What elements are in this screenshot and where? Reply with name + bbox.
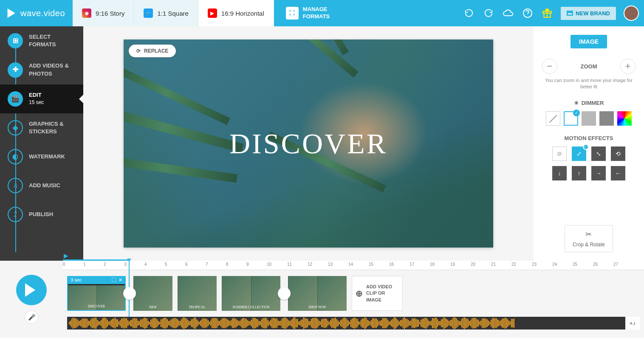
canvas[interactable]: DISCOVER ⟳ REPLACE [124,39,493,248]
sidebar-item-music[interactable]: ♫ ADD MUSIC [0,171,83,200]
close-icon[interactable]: ✕ [119,277,122,282]
sidebar-label: GRAPHICS & STICKERS [29,120,76,135]
tab-horizontal[interactable]: ▶ 16:9 Horizontal [198,0,274,26]
avatar[interactable] [624,6,639,21]
dimmer-white[interactable] [564,111,578,126]
clip-3[interactable]: TROPICAL [178,276,217,311]
cloud-icon[interactable] [502,7,514,19]
ruler-mark: 11 [287,262,292,267]
sidebar-item-watermark[interactable]: ◐ WATERMARK [0,142,83,171]
ruler-mark: 2 [104,262,106,267]
ruler-mark: 22 [511,262,516,267]
sidebar-item-photos[interactable]: ✚ ADD VIDEOS & PHOTOS [0,55,83,84]
new-brand-button[interactable]: ▬ NEW BRAND [561,7,616,20]
tab-label: 9:16 Story [96,10,124,17]
dimmer-title: ☀ DIMMER [574,100,604,106]
sidebar-label: ADD VIDEOS & PHOTOS [29,62,76,77]
replace-button[interactable]: ⟳ REPLACE [129,45,176,57]
music-icon: ♫ [8,178,23,193]
ruler[interactable]: 0123456789101112131415161718192021222324… [63,261,644,270]
sidebar-label: EDIT 15 sec [29,91,44,106]
sidebar-item-publish[interactable]: ⤴ PUBLISH [0,200,83,229]
ruler-mark: 18 [430,262,435,267]
ruler-mark: 15 [369,262,373,267]
effect-rotate[interactable]: ⟲ [611,146,625,161]
clip-5[interactable]: SHOP NOW [288,276,347,311]
tab-square[interactable]: 🐦 1:1 Square [134,0,198,26]
sidebar-item-edit[interactable]: 🎬 EDIT 15 sec [0,84,83,113]
canvas-area: DISCOVER ⟳ REPLACE [83,26,534,261]
help-icon[interactable] [522,7,534,19]
motion-title: MOTION EFFECTS [565,135,613,141]
image-tab-button[interactable]: IMAGE [571,35,607,48]
effect-zoom-in[interactable]: ⤢✓ [572,146,586,161]
zoom-in-button[interactable]: + [620,59,636,74]
progress-indicator [63,259,129,261]
audio-track[interactable]: +♪ [67,317,640,330]
expand-icon: ⛶ [286,7,299,20]
dimmer-light-gray[interactable] [582,111,596,126]
ruler-mark: 16 [389,262,394,267]
add-audio-button[interactable]: +♪ [625,317,640,330]
effect-down[interactable]: ↓ [552,166,567,180]
dimmer-swatches [546,111,632,126]
dimmer-color-picker[interactable] [617,111,632,126]
ruler-mark: 13 [328,262,333,267]
effect-none[interactable]: ⊘ [552,146,567,161]
manage-label: MANAGE FORMATS [303,6,330,20]
ruler-mark: 25 [573,262,577,267]
play-button[interactable] [16,275,47,305]
clip-2[interactable]: NEW [133,276,172,311]
play-controls: 🎤 [0,261,63,338]
ruler-mark: 0 [63,262,65,267]
effect-left[interactable]: ← [611,166,625,180]
dimmer-none[interactable] [546,111,560,126]
transition-button[interactable] [123,287,136,300]
effect-zoom-out[interactable]: ⤡ [591,146,606,161]
ruler-mark: 17 [410,262,414,267]
ruler-mark: 14 [348,262,353,267]
publish-icon: ⤴ [8,207,23,222]
brand-label: NEW BRAND [576,10,610,17]
brand-icon: ▬ [567,11,573,16]
clips-row: 3 sec ⛶✕ DISCOVER NEW TROPICAL SUMMER CO… [63,270,644,317]
twitter-icon: 🐦 [144,8,153,18]
ruler-mark: 24 [552,262,557,267]
manage-formats-button[interactable]: ⛶ MANAGE FORMATS [277,6,338,20]
replace-label: REPLACE [144,48,168,54]
youtube-icon: ▶ [208,8,217,18]
zoom-out-button[interactable]: − [542,59,557,74]
expand-icon[interactable]: ⛶ [111,277,116,282]
ruler-mark: 10 [267,262,271,267]
canvas-text[interactable]: DISCOVER [229,127,387,161]
ruler-mark: 8 [226,262,229,267]
sidebar-label: SELECT FORMATS [29,33,76,48]
add-clip-button[interactable]: ⊕ ADD VIDEO CLIP OR IMAGE [352,276,403,311]
crop-rotate-button[interactable]: ✂ Crop & Rotate [565,225,613,252]
sidebar-label: PUBLISH [29,211,53,218]
clip-1[interactable]: 3 sec ⛶✕ DISCOVER [67,276,126,311]
refresh-icon: ⟳ [136,48,141,54]
mic-button[interactable]: 🎤 [25,310,38,324]
effect-up[interactable]: ↑ [572,166,586,180]
undo-icon[interactable] [463,7,475,19]
redo-icon[interactable] [483,7,494,19]
photos-icon: ✚ [8,62,23,78]
brightness-icon: ☀ [574,100,579,106]
motion-effects: ⊘ ⤢✓ ⤡ ⟲ ↓ ↑ → ← [552,146,625,180]
clip-4[interactable]: SUMMER COLLECTION [222,276,280,311]
sidebar-item-graphics[interactable]: ◈ GRAPHICS & STICKERS [0,113,83,142]
sidebar-item-formats[interactable]: ⊞ SELECT FORMATS [0,26,83,55]
dimmer-dark-gray[interactable] [599,111,614,126]
logo[interactable]: wave.video [5,7,65,19]
ruler-mark: 21 [491,262,496,267]
ruler-mark: 26 [593,262,598,267]
sidebar: ⊞ SELECT FORMATS ✚ ADD VIDEOS & PHOTOS 🎬… [0,26,83,261]
crop-icon: ✂ [585,230,592,239]
sidebar-play-icon[interactable]: ▶ [64,252,68,259]
transition-button[interactable] [278,287,291,300]
add-clip-icon: ⊕ [356,287,363,299]
tab-story[interactable]: ◉ 9:16 Story [73,0,134,26]
effect-right[interactable]: → [591,166,606,180]
gift-icon[interactable] [541,7,553,19]
